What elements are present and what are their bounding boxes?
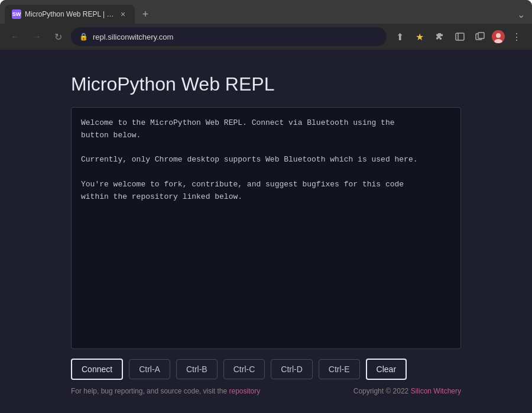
tab-title: MicroPython Web REPL | Silico… [25, 10, 115, 18]
share-icon[interactable]: ⬆ [391, 28, 408, 45]
repository-link[interactable]: repository [229, 387, 261, 395]
tab-favicon: SW [12, 9, 21, 19]
active-tab[interactable]: SW MicroPython Web REPL | Silico… × [5, 5, 135, 24]
page-title: MicroPython Web REPL [71, 73, 461, 95]
clear-button[interactable]: Clear [366, 359, 407, 380]
lock-icon: 🔒 [79, 33, 88, 41]
terminal-line-6: You're welcome to fork, contribute, and … [81, 180, 404, 189]
address-bar: ← → ↻ 🔒 repl.siliconwitchery.com ⬆ ★ [0, 24, 532, 50]
reload-button[interactable]: ↻ [50, 28, 66, 45]
button-row: Connect Ctrl-A Ctrl-B Ctrl-C Ctrl-D Ctrl… [71, 359, 461, 380]
tab-close-button[interactable]: × [118, 9, 128, 19]
ctrl-c-button[interactable]: Ctrl-C [223, 359, 265, 379]
back-button[interactable]: ← [7, 28, 24, 45]
terminal-line-2: button below. [81, 131, 141, 140]
terminal-line-7: within the repository linked below. [81, 192, 242, 201]
tab-bar-chevron[interactable]: ⌄ [515, 7, 527, 22]
ctrl-e-button[interactable]: Ctrl-E [319, 359, 360, 379]
svg-point-5 [496, 33, 501, 38]
terminal-output[interactable]: Welcome to the MicroPython Web REPL. Con… [71, 107, 461, 349]
bookmark-icon[interactable]: ★ [411, 28, 428, 45]
ctrl-d-button[interactable]: Ctrl-D [271, 359, 313, 379]
footer: For help, bug reporting, and source code… [71, 387, 461, 395]
extensions-icon[interactable] [432, 28, 448, 45]
terminal-line-4: Currently, only Chrome desktop supports … [81, 155, 418, 164]
footer-left-text: For help, bug reporting, and source code… [71, 387, 229, 395]
new-tab-button[interactable]: + [137, 6, 154, 22]
menu-icon[interactable]: ⋮ [508, 28, 525, 45]
browser-chrome: SW MicroPython Web REPL | Silico… × + ⌄ … [0, 0, 532, 50]
footer-right: Copyright © 2022 Silicon Witchery [353, 387, 461, 395]
address-field[interactable]: 🔒 repl.siliconwitchery.com [71, 27, 387, 46]
connect-button[interactable]: Connect [71, 359, 123, 380]
footer-right-text: Copyright © 2022 [353, 387, 411, 395]
toolbar-right: ⬆ ★ [391, 28, 525, 45]
page-content: MicroPython Web REPL Welcome to the Micr… [0, 50, 532, 413]
ctrl-b-button[interactable]: Ctrl-B [176, 359, 218, 379]
profile-avatar[interactable] [492, 30, 505, 43]
sidebar-icon[interactable] [452, 28, 468, 45]
svg-rect-3 [478, 33, 484, 38]
footer-left: For help, bug reporting, and source code… [71, 387, 260, 395]
terminal-line-1: Welcome to the MicroPython Web REPL. Con… [81, 118, 395, 127]
ctrl-a-button[interactable]: Ctrl-A [129, 359, 170, 379]
silicon-witchery-link[interactable]: Silicon Witchery [411, 387, 461, 395]
svg-rect-0 [456, 33, 464, 40]
window-icon[interactable] [472, 28, 488, 45]
tab-bar: SW MicroPython Web REPL | Silico… × + ⌄ [0, 0, 532, 24]
address-text: repl.siliconwitchery.com [93, 33, 173, 41]
forward-button[interactable]: → [28, 28, 45, 45]
